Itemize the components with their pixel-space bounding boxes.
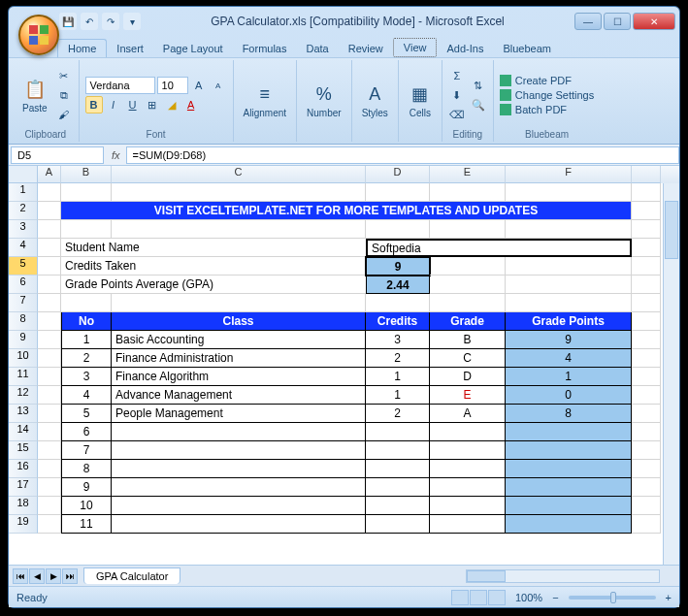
cell[interactable]: [38, 183, 61, 202]
scroll-thumb[interactable]: [665, 201, 678, 259]
cell-credits[interactable]: 3: [366, 331, 430, 349]
tab-view[interactable]: View: [393, 38, 438, 57]
th-grade[interactable]: Grade: [430, 312, 506, 331]
fill-icon[interactable]: ⬇: [448, 86, 466, 104]
cell[interactable]: [38, 294, 61, 312]
cell[interactable]: [632, 183, 661, 202]
cell[interactable]: [61, 294, 112, 312]
cell-grade[interactable]: [430, 441, 506, 460]
cell-no[interactable]: 9: [61, 478, 112, 497]
cell-gp[interactable]: [506, 460, 632, 478]
cell[interactable]: [366, 183, 430, 202]
tab-insert[interactable]: Insert: [107, 40, 153, 57]
cell-credits[interactable]: 1: [366, 368, 430, 386]
cell-class[interactable]: [112, 441, 366, 460]
cell-credits[interactable]: [366, 478, 430, 497]
close-button[interactable]: ✕: [633, 13, 675, 30]
cell-grade[interactable]: D: [430, 368, 506, 386]
sheet-tab[interactable]: GPA Calculator: [83, 567, 180, 584]
row-header[interactable]: 5: [9, 257, 38, 276]
qat-more-icon[interactable]: ▾: [123, 13, 141, 30]
credits-taken-label[interactable]: Credits Taken: [61, 257, 366, 276]
row-header[interactable]: 8: [9, 312, 38, 331]
cell[interactable]: [506, 183, 632, 202]
alignment-button[interactable]: ≡Alignment: [240, 81, 290, 120]
cell-no[interactable]: 2: [61, 349, 112, 368]
cell-gp[interactable]: [506, 515, 632, 534]
view-normal-icon[interactable]: [451, 590, 469, 605]
row-header[interactable]: 9: [9, 331, 38, 349]
format-painter-icon[interactable]: 🖌: [55, 106, 73, 123]
autosum-icon[interactable]: Σ: [448, 67, 466, 84]
copy-icon[interactable]: ⧉: [55, 86, 73, 104]
tab-formulas[interactable]: Formulas: [233, 40, 297, 57]
col-header[interactable]: D: [366, 166, 430, 183]
hscroll-thumb[interactable]: [467, 570, 506, 582]
cell-credits[interactable]: [366, 497, 430, 515]
cell-gp[interactable]: 9: [506, 331, 632, 349]
row-header[interactable]: 17: [9, 478, 38, 497]
name-box[interactable]: D5: [11, 146, 104, 164]
font-name-select[interactable]: Verdana: [85, 77, 155, 94]
cell-credits[interactable]: 2: [366, 405, 430, 423]
banner[interactable]: VISIT EXCELTEMPLATE.NET FOR MORE TEMPLAT…: [61, 202, 632, 220]
cell-class[interactable]: Advance Management: [112, 386, 366, 405]
cell-credits[interactable]: [366, 441, 430, 460]
cell[interactable]: [632, 294, 661, 312]
cell-no[interactable]: 1: [61, 331, 112, 349]
cell-grade[interactable]: [430, 497, 506, 515]
minimize-button[interactable]: —: [574, 13, 602, 30]
cell-credits[interactable]: [366, 460, 430, 478]
cell[interactable]: [430, 294, 506, 312]
cell-credits[interactable]: [366, 515, 430, 534]
th-no[interactable]: No: [61, 312, 112, 331]
qat-undo-icon[interactable]: ↶: [81, 13, 98, 30]
sheet-nav-next-icon[interactable]: ▶: [46, 568, 61, 584]
cell-class[interactable]: [112, 423, 366, 441]
cell[interactable]: [61, 220, 112, 239]
row-header[interactable]: 19: [9, 515, 38, 534]
cell-gp[interactable]: 8: [506, 405, 632, 423]
view-layout-icon[interactable]: [470, 590, 487, 605]
horizontal-scrollbar[interactable]: [180, 569, 679, 583]
cell[interactable]: [506, 294, 632, 312]
cell-gp[interactable]: 1: [506, 368, 632, 386]
cell[interactable]: [112, 183, 366, 202]
row-header[interactable]: 10: [9, 349, 38, 368]
formula-input[interactable]: =SUM(D9:D68): [126, 146, 679, 164]
cell[interactable]: [430, 183, 506, 202]
qat-save-icon[interactable]: 💾: [59, 13, 77, 30]
qat-redo-icon[interactable]: ↷: [102, 13, 119, 30]
row-header[interactable]: 16: [9, 460, 38, 478]
row-header[interactable]: 18: [9, 497, 38, 515]
cell-gp[interactable]: 4: [506, 349, 632, 368]
gpa-value[interactable]: 2.44: [366, 276, 430, 294]
zoom-slider[interactable]: [569, 596, 656, 600]
batch-pdf-button[interactable]: Batch PDF: [500, 104, 594, 115]
th-class[interactable]: Class: [112, 312, 366, 331]
student-name-value[interactable]: Softpedia: [366, 239, 632, 257]
row-header[interactable]: 12: [9, 386, 38, 405]
paste-button[interactable]: 📋 Paste: [18, 76, 51, 115]
row-header[interactable]: 6: [9, 276, 38, 294]
border-button[interactable]: ⊞: [144, 96, 161, 113]
col-header[interactable]: [632, 166, 661, 183]
zoom-out-icon[interactable]: −: [552, 592, 558, 603]
tab-page-layout[interactable]: Page Layout: [153, 40, 233, 57]
cell-no[interactable]: 10: [61, 497, 112, 515]
cell-no[interactable]: 7: [61, 441, 112, 460]
cell-no[interactable]: 11: [61, 515, 112, 534]
cell-grade[interactable]: [430, 515, 506, 534]
create-pdf-button[interactable]: Create PDF: [500, 75, 594, 86]
fx-icon[interactable]: fx: [106, 149, 126, 161]
tab-home[interactable]: Home: [57, 39, 107, 57]
change-settings-button[interactable]: Change Settings: [500, 89, 594, 101]
row-header[interactable]: 1: [9, 183, 38, 202]
cell[interactable]: [430, 220, 506, 239]
cell[interactable]: [112, 220, 366, 239]
cell-grade[interactable]: [430, 460, 506, 478]
cell-no[interactable]: 8: [61, 460, 112, 478]
cell-class[interactable]: [112, 497, 366, 515]
bold-button[interactable]: B: [85, 96, 103, 113]
student-name-label[interactable]: Student Name: [61, 239, 366, 257]
